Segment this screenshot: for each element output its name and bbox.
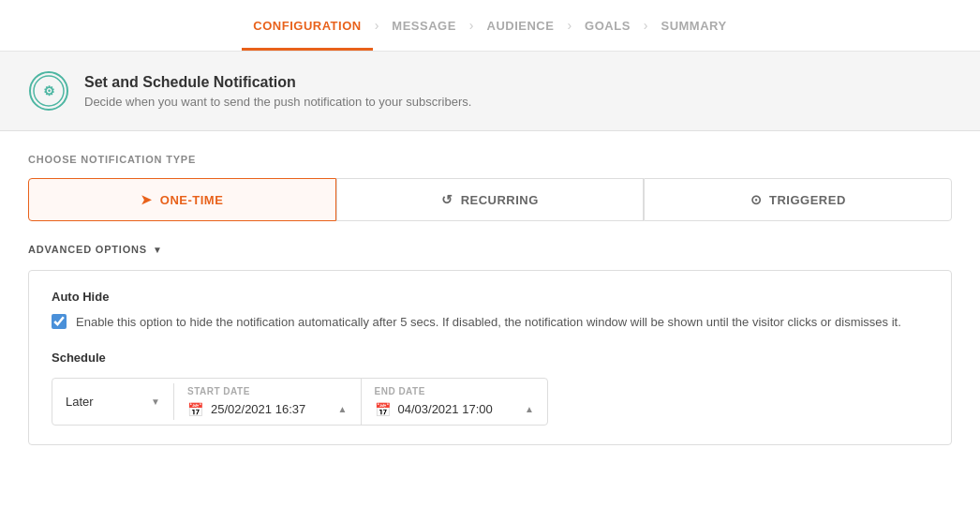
end-calendar-icon: 📅 (375, 402, 391, 417)
auto-hide-row: Enable this option to hide the notificat… (52, 313, 928, 332)
page-title: Set and Schedule Notification (84, 74, 471, 91)
end-date-value: 04/03/2021 17:00 (398, 402, 493, 416)
end-date-value-row: 📅 04/03/2021 17:00 ▲ (375, 402, 535, 417)
timing-label: Later (66, 395, 143, 409)
notification-type-label: CHOOSE NOTIFICATION TYPE (28, 154, 952, 165)
nav-item-configuration[interactable]: CONFIGURATION (242, 0, 372, 51)
start-date-value: 25/02/2021 16:37 (211, 402, 305, 416)
start-date-value-row: 📅 25/02/2021 16:37 ▲ (187, 402, 348, 417)
nav-separator-3: › (567, 18, 572, 33)
advanced-options-arrow: ▼ (153, 245, 163, 255)
recurring-icon: ↺ (441, 192, 453, 207)
header-text: Set and Schedule Notification Decide whe… (84, 74, 471, 109)
nav-separator-2: › (469, 18, 474, 33)
nav-item-message[interactable]: MESSAGE (380, 0, 468, 51)
schedule-title: Schedule (52, 351, 928, 365)
start-date-arrow: ▲ (338, 404, 348, 414)
auto-hide-checkbox[interactable] (52, 314, 67, 329)
advanced-options-toggle[interactable]: ADVANCED OPTIONS ▼ (28, 244, 952, 255)
nav-separator-1: › (375, 18, 379, 33)
main-content: CHOOSE NOTIFICATION TYPE ➤ ONE-TIME ↺ RE… (0, 131, 980, 468)
nav-item-goals[interactable]: GOALS (573, 0, 642, 51)
schedule-icon: ⚙ (28, 70, 69, 112)
tab-triggered[interactable]: ⊙ TRIGGERED (644, 178, 952, 221)
top-navigation: CONFIGURATION › MESSAGE › AUDIENCE › GOA… (0, 0, 980, 52)
tab-recurring[interactable]: ↺ RECURRING (336, 178, 645, 221)
schedule-row: Later ▼ START DATE 📅 25/02/2021 16:37 ▲ … (52, 378, 548, 426)
nav-item-summary[interactable]: SUMMARY (649, 0, 737, 51)
svg-text:⚙: ⚙ (43, 83, 55, 98)
one-time-icon: ➤ (141, 192, 153, 207)
page-header: ⚙ Set and Schedule Notification Decide w… (0, 52, 980, 131)
advanced-options-box: Auto Hide Enable this option to hide the… (28, 270, 952, 445)
auto-hide-description: Enable this option to hide the notificat… (76, 313, 901, 332)
timing-dropdown[interactable]: Later ▼ (52, 383, 174, 420)
end-date-field[interactable]: END DATE 📅 04/03/2021 17:00 ▲ (362, 379, 548, 425)
page-subtitle: Decide when you want to send the push no… (84, 95, 471, 109)
tab-one-time[interactable]: ➤ ONE-TIME (28, 178, 336, 221)
end-date-arrow: ▲ (525, 404, 534, 414)
start-calendar-icon: 📅 (187, 402, 203, 417)
triggered-icon: ⊙ (750, 192, 763, 207)
nav-item-audience[interactable]: AUDIENCE (476, 0, 566, 51)
notification-type-tabs: ➤ ONE-TIME ↺ RECURRING ⊙ TRIGGERED (28, 178, 952, 221)
start-date-label: START DATE (187, 386, 348, 396)
start-date-field[interactable]: START DATE 📅 25/02/2021 16:37 ▲ (174, 379, 362, 425)
nav-separator-4: › (644, 18, 648, 33)
end-date-label: END DATE (375, 386, 535, 396)
timing-dropdown-arrow: ▼ (151, 396, 160, 407)
auto-hide-title: Auto Hide (52, 290, 928, 304)
